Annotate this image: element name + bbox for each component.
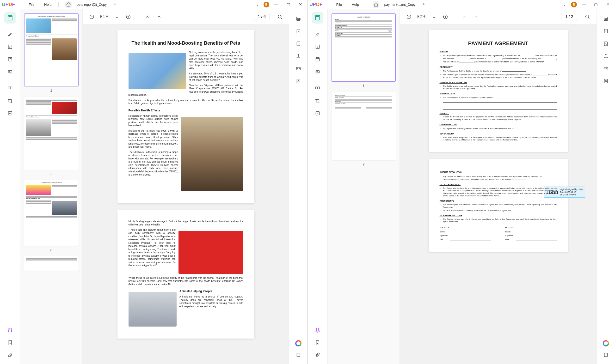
search-button[interactable] xyxy=(583,13,592,21)
svg-text:OCR: OCR xyxy=(604,18,608,20)
attachment-button[interactable] xyxy=(312,349,323,361)
thumbnail-page-4[interactable] xyxy=(24,256,79,271)
compress-button[interactable] xyxy=(293,38,304,50)
zoom-percentage: 52% xyxy=(416,14,427,19)
ocr-button[interactable]: OCR xyxy=(600,13,612,25)
ai-button[interactable] xyxy=(293,338,304,349)
tab-title: payment-...ent_Copy xyxy=(384,3,416,6)
prev-page-button[interactable] xyxy=(472,13,481,21)
menu-file[interactable]: File xyxy=(28,2,34,6)
more-button[interactable] xyxy=(293,349,304,361)
document-page-2: NIH is funding large-scale surveys to fi… xyxy=(118,210,254,339)
highlight-tool[interactable] xyxy=(312,28,323,40)
thumbnail-page-1[interactable]: PAYMENT AGREEMENT PARTIES AGREEMENT DEBT… xyxy=(332,13,396,82)
svg-rect-28 xyxy=(316,112,319,115)
redact-tool[interactable] xyxy=(4,108,16,119)
print-button[interactable] xyxy=(600,75,612,87)
app-logo[interactable]: UPDF xyxy=(309,2,322,7)
more-button[interactable] xyxy=(600,349,612,361)
page-indicator[interactable]: 1 / 6 xyxy=(254,13,270,21)
attachment-button[interactable] xyxy=(4,349,16,361)
form-tool[interactable] xyxy=(4,53,16,65)
text-tool[interactable] xyxy=(4,41,16,52)
new-tab-button[interactable]: + xyxy=(421,2,427,7)
tab-home[interactable] xyxy=(373,1,379,8)
stamp-tool[interactable] xyxy=(312,66,323,78)
thumb-2-label: 2 xyxy=(332,162,396,166)
compress-button[interactable] xyxy=(600,38,612,50)
form-tool[interactable] xyxy=(312,53,323,65)
print-button[interactable] xyxy=(293,75,304,87)
tabs-dropdown[interactable]: ⌄ xyxy=(563,2,566,7)
zoom-dropdown[interactable]: ⌄ xyxy=(112,13,121,21)
prev-page-button[interactable] xyxy=(155,13,163,21)
maximize-button[interactable]: ▢ xyxy=(283,1,293,8)
convert-button[interactable] xyxy=(293,26,304,37)
menu-file[interactable]: File xyxy=(336,2,342,6)
zoom-dropdown[interactable]: ⌄ xyxy=(429,13,438,21)
thumbnails-panel-button[interactable] xyxy=(312,12,323,24)
layers-button[interactable] xyxy=(312,324,323,336)
menu-help[interactable]: Help xyxy=(352,2,359,6)
first-page-button[interactable] xyxy=(460,13,469,21)
ocr-button[interactable]: OCR xyxy=(293,13,304,25)
search-button[interactable] xyxy=(276,13,284,21)
svg-rect-25 xyxy=(316,71,319,73)
close-button[interactable]: ✕ xyxy=(603,1,613,8)
share-button[interactable] xyxy=(293,51,304,62)
page-indicator[interactable]: 1 / 2 xyxy=(561,13,577,21)
svg-point-31 xyxy=(586,15,589,18)
user-avatar[interactable]: B xyxy=(571,2,577,7)
top-toolbar: 52% ⌄ 1 / 2 xyxy=(400,9,597,25)
bookmark-button[interactable] xyxy=(4,337,16,348)
convert-button[interactable] xyxy=(600,26,612,37)
left-toolbar xyxy=(308,9,328,364)
page-organize-tool[interactable] xyxy=(4,83,16,94)
menu-help[interactable]: Help xyxy=(44,2,52,6)
user-avatar[interactable]: B xyxy=(264,2,269,7)
share-button[interactable] xyxy=(600,51,612,62)
maximize-button[interactable]: ▢ xyxy=(591,1,601,8)
document-viewport[interactable]: PAYMENT AGREEMENT PARTIES This Payment A… xyxy=(400,25,597,364)
zoom-out-button[interactable] xyxy=(87,13,96,21)
thumbnail-page-2[interactable]: DISPUTE RESOLUTION ENTIRE AGREEMENT AMEN… xyxy=(332,92,396,160)
svg-rect-7 xyxy=(10,87,12,89)
zoom-out-button[interactable] xyxy=(404,13,413,21)
email-button[interactable] xyxy=(600,63,612,74)
thumbnail-page-2[interactable]: Animals Helping People xyxy=(24,97,79,170)
redact-tool[interactable] xyxy=(312,108,323,119)
text-tool[interactable] xyxy=(312,41,323,52)
zoom-in-button[interactable] xyxy=(124,13,133,21)
email-button[interactable] xyxy=(293,63,304,74)
tab-home[interactable] xyxy=(65,1,72,8)
crop-tool[interactable] xyxy=(4,95,16,107)
svg-rect-8 xyxy=(8,112,12,115)
minimize-button[interactable]: — xyxy=(271,1,281,8)
pets-party-image xyxy=(178,231,243,274)
ai-button[interactable] xyxy=(600,338,612,349)
thumbnails-panel-button[interactable] xyxy=(4,12,16,24)
window-left: UPDF File Help pets report(2)_Copy + ⌄ B… xyxy=(0,0,308,364)
zoom-in-button[interactable] xyxy=(441,13,450,21)
document-page-1: PAYMENT AGREEMENT PARTIES This Payment A… xyxy=(428,30,568,152)
document-tab[interactable]: payment-...ent_Copy xyxy=(381,1,419,8)
stamp-tool[interactable] xyxy=(4,66,16,78)
crop-tool[interactable] xyxy=(312,95,323,107)
layers-button[interactable] xyxy=(4,324,16,336)
first-page-button[interactable] xyxy=(143,13,152,21)
svg-point-38 xyxy=(605,80,607,82)
document-tab[interactable]: pets report(2)_Copy xyxy=(74,1,110,8)
thumbnail-page-1[interactable]: The Health and Mood-Boosting Benefits of… xyxy=(24,13,79,86)
page-organize-tool[interactable] xyxy=(312,83,323,94)
document-viewport[interactable]: The Health and Mood-Boosting Benefits of… xyxy=(83,25,289,364)
bookmark-button[interactable] xyxy=(312,337,323,348)
thumbnail-page-3[interactable]: A Key Phase in the History of Tourism Wh… xyxy=(24,180,79,246)
close-button[interactable]: ✕ xyxy=(295,1,305,8)
svg-rect-4 xyxy=(9,58,10,59)
app-logo[interactable]: UPDF xyxy=(2,2,15,7)
tabs-dropdown[interactable]: ⌄ xyxy=(256,2,259,7)
minimize-button[interactable]: — xyxy=(579,1,589,8)
highlight-tool[interactable] xyxy=(4,28,16,40)
new-tab-button[interactable]: + xyxy=(112,2,118,7)
window-right: UPDF File Help payment-...ent_Copy + ⌄ B… xyxy=(308,0,615,364)
